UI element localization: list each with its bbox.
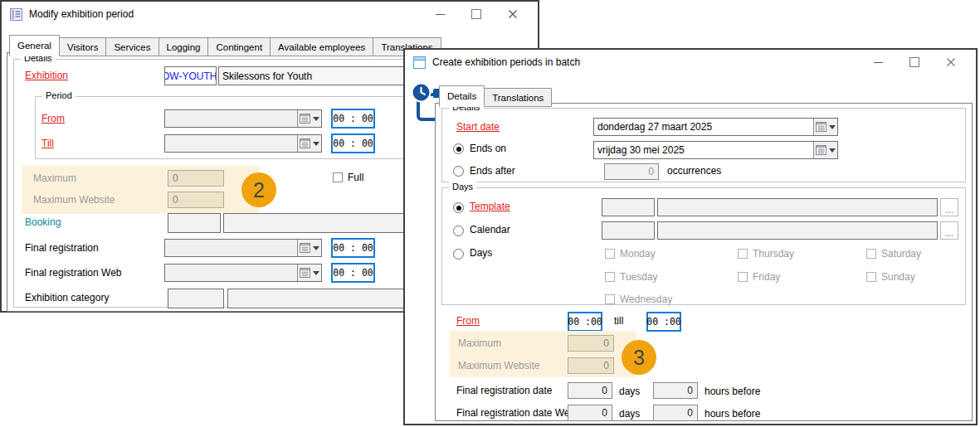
final-registration-web-days-value: 0 [602,407,607,419]
maximum-field: 0 [168,170,224,187]
final-registration-web-time-field[interactable]: 00 : 00 [331,263,375,283]
batch-maximum-website-label: Maximum Website [458,360,539,371]
window-controls [422,2,531,27]
tab-details[interactable]: Details [439,85,485,107]
thursday-checkbox[interactable] [738,249,748,259]
close-icon [946,57,956,67]
start-date-field[interactable]: donderdag 27 maart 2025 [593,118,838,136]
ends-after-value: 0 [648,166,654,177]
final-registration-time-field[interactable]: 00 : 00 [331,238,375,258]
exhibition-category-label: Exhibition category [25,292,109,303]
sunday-checkbox[interactable] [866,272,876,282]
maximize-button[interactable] [896,50,933,75]
ends-after-label: Ends after [470,165,515,177]
maximum-website-field: 0 [168,192,224,208]
days-group-label: Days [449,182,476,192]
calendar-radio[interactable] [453,226,464,236]
template-code-field[interactable] [602,198,655,216]
tab-translations[interactable]: Translations [484,88,552,107]
final-registration-label: Final registration [25,242,99,254]
close-button[interactable] [495,2,531,27]
ends-on-calendar-button[interactable] [813,142,837,158]
period-from-calendar-button[interactable] [297,110,321,127]
close-icon [508,9,518,19]
wednesday-label: Wednesday [620,294,672,305]
final-registration-hours-field[interactable]: 0 [653,382,698,399]
monday-label: Monday [620,248,656,260]
final-registration-web-days-field[interactable]: 0 [568,405,612,421]
saturday-checkbox[interactable] [866,249,876,259]
template-name-field[interactable] [657,198,938,216]
period-till-time-field[interactable]: 00 : 00 [331,133,375,153]
monday-checkbox[interactable] [605,249,615,259]
tab-visitors[interactable]: Visitors [59,37,107,56]
create-exhibition-periods-batch-window: Create exhibition periods in batch Detai… [403,48,978,425]
period-till-date-field[interactable] [164,134,322,153]
maximize-icon [471,9,481,19]
occurrences-label: occurrences [667,165,721,177]
period-from-date-field[interactable] [164,109,322,128]
final-registration-date-value [165,240,297,256]
close-button[interactable] [933,50,969,75]
friday-checkbox[interactable] [738,272,748,282]
minimize-icon [874,62,883,63]
ends-on-date-value: vrijdag 30 mei 2025 [594,142,813,158]
minimize-button[interactable] [860,50,896,75]
maximum-website-value: 0 [173,194,178,206]
final-registration-date-field[interactable] [164,239,322,257]
booking-label: Booking [25,216,61,228]
final-registration-web-calendar-button[interactable] [297,264,321,281]
tab-available-employees[interactable]: Available employees [270,37,373,56]
full-checkbox[interactable] [333,172,343,182]
hours-before-suffix-label: hours before [705,408,760,420]
ends-on-radio[interactable] [453,143,464,154]
tuesday-checkbox[interactable] [605,272,615,282]
batch-maximum-website-value: 0 [603,360,609,371]
start-date-calendar-button[interactable] [813,119,837,135]
period-till-calendar-button[interactable] [297,135,321,152]
calendar-name-field[interactable] [657,221,938,240]
hours-before-suffix-label: hours before [705,386,760,397]
calendar-code-field[interactable] [602,221,655,240]
template-radio[interactable] [453,202,464,213]
days-suffix-label: days [619,408,640,420]
period-from-date-value [165,110,297,127]
tab-logging[interactable]: Logging [158,37,209,56]
calendar-icon [816,145,826,155]
wednesday-checkbox[interactable] [605,294,615,304]
document-list-icon [10,8,22,21]
template-browse-button[interactable]: ... [940,198,958,216]
maximum-label: Maximum [33,172,76,184]
final-registration-calendar-button[interactable] [297,240,321,256]
final-registration-web-date-field[interactable] [164,264,322,282]
batch-from-time-field[interactable]: 00 :00 [568,312,602,332]
batch-window-titlebar[interactable]: Create exhibition periods in batch [405,50,976,75]
tab-contingent[interactable]: Contingent [207,37,271,56]
modify-window-titlebar[interactable]: Modify exhibition period [2,2,538,27]
booking-code-field[interactable] [168,213,221,233]
period-from-time-field[interactable]: 00 : 00 [331,109,375,129]
days-label: Days [470,247,492,259]
days-radio[interactable] [453,249,464,260]
friday-label: Friday [753,271,780,283]
calendar-browse-button[interactable]: ... [940,221,958,240]
step-badge-3: 3 [622,340,656,375]
tab-services[interactable]: Services [105,37,158,56]
exhibition-code-field[interactable]: OW-YOUTH [164,66,217,85]
batch-maximum-value: 0 [603,337,609,349]
ends-after-radio[interactable] [453,166,464,177]
exhibition-category-code-field[interactable] [168,289,224,308]
final-registration-web-hours-field[interactable]: 0 [653,405,698,421]
maximize-button[interactable] [458,2,495,27]
dropdown-arrow-icon [829,148,836,153]
ends-after-occurrences-field: 0 [604,163,659,180]
modify-tab-bar: General Visitors Services Logging Contin… [10,35,441,56]
tab-general[interactable]: General [9,35,60,56]
batch-till-time-field[interactable]: 00 :00 [646,312,681,332]
final-registration-days-field[interactable]: 0 [568,382,612,399]
step-badge-2: 2 [241,172,276,207]
minimize-button[interactable] [422,2,458,27]
tuesday-label: Tuesday [620,271,658,283]
final-registration-web-label: Final registration Web [25,267,122,279]
ends-on-date-field[interactable]: vrijdag 30 mei 2025 [593,141,838,159]
